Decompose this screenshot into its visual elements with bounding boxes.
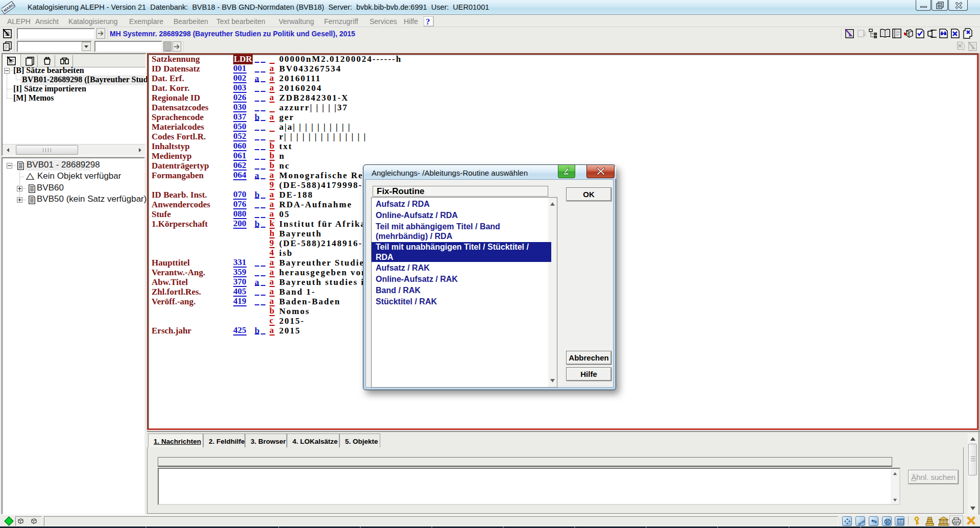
svg-text:MARC: MARC: [857, 519, 865, 526]
svg-text:?: ?: [426, 17, 430, 27]
